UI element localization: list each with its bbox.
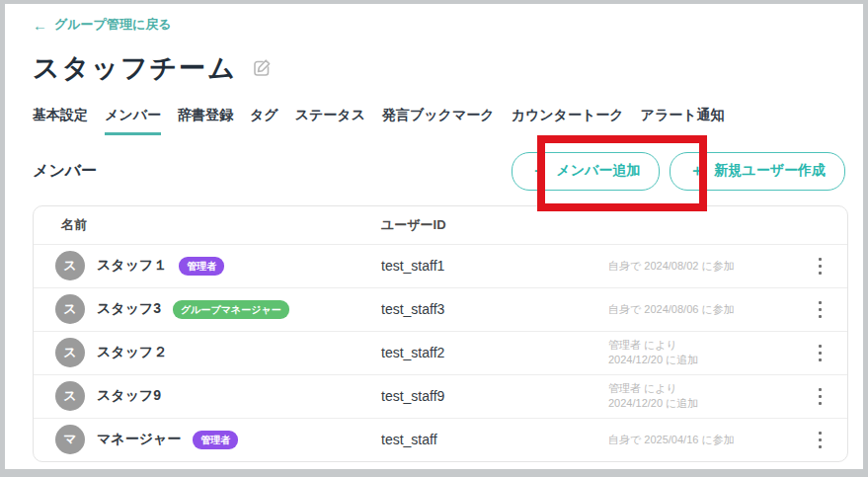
join-info-cell: 自身で 2024/08/02 に参加 [587,259,800,274]
user-id-cell: test_staff9 [359,388,587,404]
table-row[interactable]: ス スタッフ3 グループマネージャー test_staff3 自身で 2024/… [34,287,847,331]
edit-title-icon[interactable] [251,57,273,79]
table-header-row: 名前 ユーザーID [34,206,847,244]
join-info-cell: 自身で 2025/04/16 に参加 [587,433,800,447]
name-cell: ス スタッフ3 グループマネージャー [34,294,359,324]
join-info-line: 2024/12/20 に追加 [608,396,800,411]
actions-cell [800,252,847,280]
table-row[interactable]: ス スタッフ１ 管理者 test_staff1 自身で 2024/08/02 に… [34,244,847,287]
back-to-group-management-link[interactable]: ← グループ管理に戻る [33,16,172,34]
join-info-line: 自身で 2024/08/06 に参加 [608,302,800,317]
actions-cell [800,382,847,411]
user-id-cell: test_staff2 [359,345,587,360]
tab-label: 基本設定 [33,107,88,122]
column-header-name: 名前 [34,216,359,234]
user-id-cell: test_staff [359,432,587,447]
table-row[interactable]: ス スタッフ9 test_staff9 管理者 により2024/12/20 に追… [34,374,847,418]
members-table: 名前 ユーザーID ス スタッフ１ 管理者 test_staff1 自身で 20… [33,205,848,462]
member-name: スタッフ２ [97,344,167,361]
tab-status[interactable]: ステータス [295,107,365,135]
member-name: スタッフ１ [97,257,167,275]
tab-label: 辞書登録 [178,107,233,122]
tab-label: カウンタートーク [512,107,624,122]
avatar: ス [55,294,85,324]
tab-label: 発言ブックマーク [382,107,495,122]
tab-label: メンバー [105,107,161,122]
plus-icon: ＋ [689,161,705,182]
role-badge: 管理者 [179,257,224,276]
join-info-line: 管理者 により [608,338,800,353]
tab-statement-bookmarks[interactable]: 発言ブックマーク [382,107,495,135]
member-actions: ＋ メンバー追加 ＋ 新規ユーザー作成 [512,152,845,191]
avatar: ス [55,251,85,280]
create-new-user-label: 新規ユーザー作成 [714,162,826,180]
tab-members[interactable]: メンバー [105,107,161,135]
tab-tags[interactable]: タグ [250,107,278,135]
name-cell: マ マネージャー 管理者 [34,425,359,454]
avatar: ス [55,338,85,367]
join-info-line: 自身で 2024/08/02 に参加 [608,259,800,274]
tab-label: アラート通知 [641,107,725,122]
tab-dictionary[interactable]: 辞書登録 [178,107,233,135]
page-title: スタッフチーム [33,50,237,86]
table-row[interactable]: マ マネージャー 管理者 test_staff 自身で 2025/04/16 に… [34,418,847,461]
member-name: スタッフ3 [97,300,161,318]
create-new-user-button[interactable]: ＋ 新規ユーザー作成 [670,152,845,191]
user-id-cell: test_staff1 [359,258,587,274]
add-member-label: メンバー追加 [556,162,640,180]
add-member-button[interactable]: ＋ メンバー追加 [512,152,660,191]
tab-label: ステータス [295,107,365,122]
join-info-line: 2024/12/20 に追加 [608,353,800,367]
back-arrow-icon: ← [33,17,47,34]
members-section-title: メンバー [33,161,97,182]
user-id-cell: test_staff3 [359,301,587,317]
tabs: 基本設定メンバー辞書登録タグステータス発言ブックマークカウンタートークアラート通… [33,107,835,135]
kebab-menu-icon[interactable] [808,295,831,324]
join-info-line: 自身で 2025/04/16 に参加 [608,433,800,447]
avatar: マ [55,425,85,454]
tab-alert-notifications[interactable]: アラート通知 [641,107,725,135]
kebab-menu-icon[interactable] [808,252,831,280]
kebab-menu-icon[interactable] [808,339,831,367]
actions-cell [800,339,847,367]
title-row: スタッフチーム [33,50,835,86]
avatar: ス [55,381,85,411]
plus-icon: ＋ [531,161,547,182]
join-info-cell: 自身で 2024/08/06 に参加 [587,302,800,317]
tab-label: タグ [250,107,278,122]
members-section-header: メンバー ＋ メンバー追加 ＋ 新規ユーザー作成 [33,152,835,191]
actions-cell [800,426,847,454]
actions-cell [800,295,847,324]
join-info-cell: 管理者 により2024/12/20 に追加 [587,381,800,411]
member-name: スタッフ9 [97,387,161,405]
tab-basic-settings[interactable]: 基本設定 [33,107,88,135]
name-cell: ス スタッフ１ 管理者 [34,251,359,280]
join-info-cell: 管理者 により2024/12/20 に追加 [587,338,800,367]
member-name: マネージャー [97,431,181,448]
role-badge: グループマネージャー [173,300,289,319]
role-badge: 管理者 [193,431,238,449]
tab-counter-talk[interactable]: カウンタートーク [512,107,624,135]
join-info-line: 管理者 により [608,381,800,396]
table-row[interactable]: ス スタッフ２ test_staff2 管理者 により2024/12/20 に追… [34,331,847,374]
back-link-label: グループ管理に戻る [54,16,172,34]
page: ← グループ管理に戻る スタッフチーム 基本設定メンバー辞書登録タグステータス発… [5,4,863,462]
kebab-menu-icon[interactable] [808,382,831,411]
kebab-menu-icon[interactable] [808,426,831,454]
name-cell: ス スタッフ9 [34,381,359,411]
name-cell: ス スタッフ２ [34,338,359,367]
table-body: ス スタッフ１ 管理者 test_staff1 自身で 2024/08/02 に… [34,244,847,461]
screenshot-frame: ← グループ管理に戻る スタッフチーム 基本設定メンバー辞書登録タグステータス発… [0,0,868,477]
column-header-user-id: ユーザーID [359,216,587,234]
